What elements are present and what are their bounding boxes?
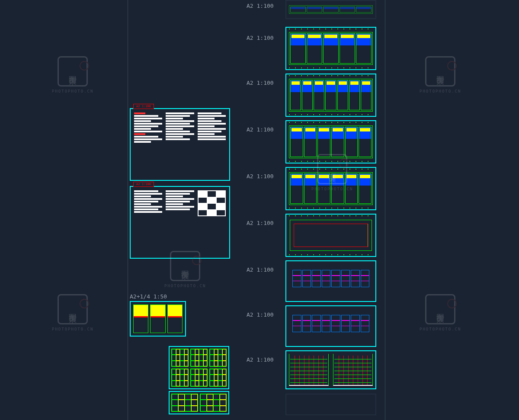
sheet-plan-3[interactable]: [285, 120, 376, 164]
sheet-roof-plan[interactable]: [285, 214, 376, 257]
guide-line-right: [385, 0, 385, 420]
sheet-label-r5: A2 1:100: [247, 220, 274, 226]
sheet-label-r8: A2 1:100: [247, 356, 274, 363]
sheet-detail[interactable]: [130, 301, 186, 337]
sheet-plan-2[interactable]: [285, 74, 376, 117]
sheet-label-top: A2 1:100: [247, 3, 274, 9]
sheet-schedule-1[interactable]: [169, 346, 229, 389]
sheet-label-r2: A2 1:100: [247, 80, 274, 86]
cad-model-space[interactable]: A2 1:100 A2 1:100 A2 1:100 A2 1:100 A2 1…: [0, 0, 519, 420]
sheet-plan-4[interactable]: [285, 167, 376, 210]
sheet-elevation-2[interactable]: [285, 305, 376, 347]
sheet-frame-ghost-top[interactable]: [285, 0, 376, 19]
sheet-label-r6: A2 1:100: [247, 266, 274, 273]
sheet-label-r4: A2 1:100: [247, 173, 274, 180]
guide-line-left: [128, 0, 128, 420]
sheet-notes-1[interactable]: A2 1:100: [130, 108, 230, 181]
sheet-plan-1[interactable]: [285, 27, 376, 70]
sheet-label-detail: A2+1/4 1:50: [130, 293, 167, 300]
sheet-elevation-1[interactable]: [285, 260, 376, 302]
watermark-icon: PHOTOPHOTO.CN: [420, 56, 461, 93]
sheet-frame-ghost-bottom[interactable]: [285, 394, 376, 415]
watermark-icon: PHOTOPHOTO.CN: [52, 294, 93, 331]
watermark-icon: PHOTOPHOTO.CN: [52, 56, 93, 93]
sheet-label-r1: A2 1:100: [247, 35, 274, 41]
title-tab-1: A2 1:100: [133, 104, 154, 109]
watermark-icon: PHOTOPHOTO.CN: [420, 294, 461, 331]
sheet-schedule-2[interactable]: [169, 391, 229, 414]
sheet-label-r7: A2 1:100: [247, 311, 274, 318]
sheet-sections[interactable]: [285, 350, 376, 389]
title-tab-2: A2 1:100: [133, 182, 154, 187]
sheet-notes-2[interactable]: A2 1:100: [130, 186, 230, 259]
sheet-label-r3: A2 1:100: [247, 126, 274, 133]
